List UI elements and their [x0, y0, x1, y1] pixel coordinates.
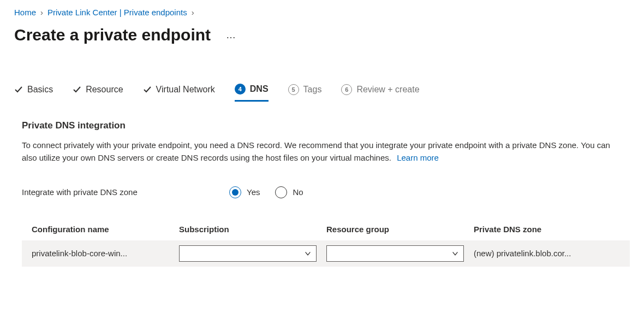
col-resource-group: Resource group	[326, 225, 474, 234]
tab-virtual-network[interactable]: Virtual Network	[143, 85, 215, 100]
chevron-right-icon: ›	[192, 8, 194, 17]
breadcrumb-private-link[interactable]: Private Link Center | Private endpoints	[47, 8, 187, 17]
tab-basics[interactable]: Basics	[14, 85, 53, 100]
radio-label: No	[293, 187, 303, 197]
tab-label: Basics	[27, 85, 53, 95]
check-icon	[143, 85, 152, 94]
step-number: 6	[341, 84, 352, 95]
step-number: 5	[288, 84, 299, 95]
radio-no[interactable]: No	[275, 186, 303, 198]
col-subscription: Subscription	[179, 225, 326, 234]
subscription-dropdown[interactable]	[179, 245, 317, 262]
tab-review-create[interactable]: 6 Review + create	[341, 84, 419, 101]
breadcrumb: Home › Private Link Center | Private end…	[14, 8, 630, 17]
resource-group-dropdown[interactable]	[326, 245, 464, 262]
tab-label: DNS	[250, 84, 269, 94]
check-icon	[73, 85, 81, 94]
more-icon[interactable]: …	[226, 30, 236, 41]
table-row: privatelink-blob-core-win... (new) priva…	[22, 240, 630, 267]
tab-label: Tags	[303, 85, 322, 95]
col-configuration-name: Configuration name	[32, 225, 179, 234]
chevron-down-icon	[304, 250, 312, 257]
tab-label: Resource	[86, 85, 123, 95]
chevron-down-icon	[451, 250, 459, 257]
dns-config-table: Configuration name Subscription Resource…	[22, 225, 630, 267]
step-number: 4	[235, 84, 246, 95]
tab-label: Virtual Network	[156, 85, 215, 95]
tab-dns[interactable]: 4 DNS	[235, 84, 269, 102]
breadcrumb-home[interactable]: Home	[14, 8, 36, 17]
tab-resource[interactable]: Resource	[73, 85, 123, 100]
tab-label: Review + create	[356, 85, 419, 95]
page-title: Create a private endpoint	[14, 26, 211, 44]
radio-yes[interactable]: Yes	[229, 186, 260, 198]
learn-more-link[interactable]: Learn more	[397, 153, 439, 162]
section-description: To connect privately with your private e…	[22, 139, 625, 164]
chevron-right-icon: ›	[40, 8, 43, 17]
check-icon	[14, 85, 23, 94]
col-private-dns-zone: Private DNS zone	[474, 225, 621, 234]
cell-private-dns-zone: (new) privatelink.blob.cor...	[474, 249, 621, 258]
radio-icon	[275, 186, 287, 198]
cell-config-name: privatelink-blob-core-win...	[32, 249, 179, 258]
integrate-dns-radio-group: Yes No	[229, 186, 303, 198]
integrate-dns-label: Integrate with private DNS zone	[22, 187, 229, 197]
radio-label: Yes	[247, 187, 260, 197]
section-heading: Private DNS integration	[22, 120, 630, 131]
tab-tags[interactable]: 5 Tags	[288, 84, 322, 101]
wizard-tabs: Basics Resource Virtual Network 4 DNS 5 …	[14, 84, 630, 102]
radio-icon	[229, 186, 241, 198]
description-text: To connect privately with your private e…	[22, 140, 610, 162]
